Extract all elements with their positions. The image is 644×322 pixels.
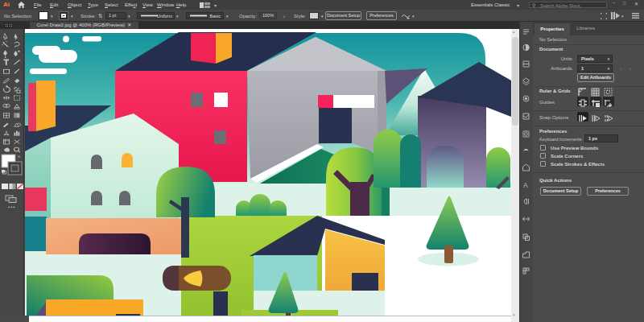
svg-text:A: A <box>523 181 528 189</box>
